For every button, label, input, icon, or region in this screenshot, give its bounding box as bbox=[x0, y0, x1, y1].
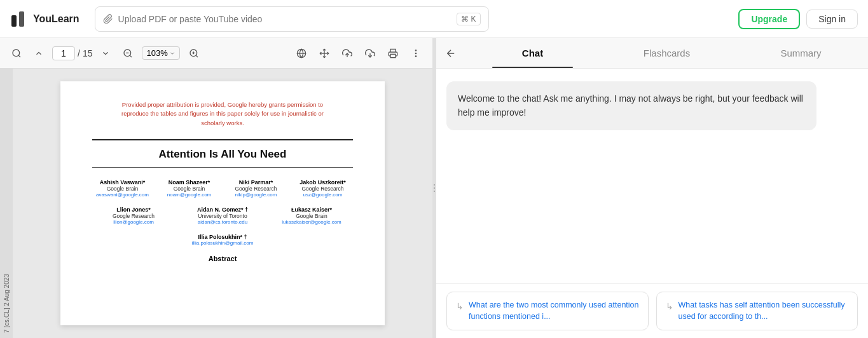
logo-icon bbox=[10, 10, 28, 28]
page-separator: / bbox=[78, 48, 80, 58]
abstract-heading: Abstract bbox=[92, 255, 353, 262]
search-pdf-button[interactable] bbox=[8, 46, 25, 61]
author-block-4: Jakob Uszkoreit* Google Research usz@goo… bbox=[293, 179, 353, 198]
reply-arrow-icon-1: ↳ bbox=[456, 301, 464, 313]
pdf-page: Provided proper attribution is provided,… bbox=[60, 81, 385, 325]
download-button[interactable] bbox=[361, 46, 379, 61]
upload-icon bbox=[342, 48, 352, 58]
globe-button[interactable] bbox=[293, 46, 310, 61]
page-input-group: / 15 bbox=[52, 46, 92, 60]
svg-point-18 bbox=[415, 50, 416, 50]
svg-line-8 bbox=[196, 55, 198, 57]
author-block-5: Llion Jones* Google Research llion@googl… bbox=[92, 206, 175, 225]
logo-area: YouLearn bbox=[10, 10, 79, 28]
pdf-side-label: 7 [cs.CL] 2 Aug 2023 bbox=[0, 69, 13, 338]
chevron-up-icon bbox=[34, 49, 43, 58]
signin-button[interactable]: Sign in bbox=[806, 10, 858, 29]
zoom-out-icon bbox=[123, 48, 133, 58]
upgrade-button[interactable]: Upgrade bbox=[738, 9, 800, 29]
resize-handle[interactable] bbox=[432, 38, 436, 338]
move-button[interactable] bbox=[315, 46, 333, 61]
topbar-right: Upgrade Sign in bbox=[738, 9, 858, 29]
chat-content: Welcome to the chat! Ask me anything. I … bbox=[436, 69, 868, 283]
topbar: YouLearn ⌘ K Upgrade Sign in bbox=[0, 0, 868, 38]
zoom-in-icon bbox=[189, 48, 199, 58]
tab-bar: Chat Flashcards Summary bbox=[436, 38, 868, 69]
paperclip-icon bbox=[103, 14, 113, 24]
author-block-7: Łukasz Kaiser* Google Brain lukaszkaiser… bbox=[270, 206, 353, 225]
logo-text: YouLearn bbox=[33, 13, 79, 25]
author-block-8: Illia Polosukhin* † illia.polosukhin@gma… bbox=[92, 234, 353, 246]
svg-point-2 bbox=[13, 50, 20, 57]
pdf-toolbar: / 15 103% bbox=[0, 38, 432, 69]
suggested-question-1[interactable]: ↳ What are the two most commonly used at… bbox=[446, 292, 649, 330]
kbd-key: K bbox=[471, 15, 476, 24]
search-bar[interactable]: ⌘ K bbox=[95, 6, 489, 32]
svg-rect-0 bbox=[11, 15, 17, 27]
arrow-left-icon bbox=[445, 48, 457, 59]
dropdown-icon bbox=[169, 50, 176, 57]
author-block-1: Ashish Vaswani* Google Brain avaswani@go… bbox=[92, 179, 153, 198]
print-icon bbox=[388, 48, 398, 58]
kbd-symbol: ⌘ bbox=[461, 15, 469, 24]
svg-rect-1 bbox=[19, 11, 24, 27]
svg-point-19 bbox=[415, 53, 416, 53]
print-button[interactable] bbox=[384, 46, 402, 61]
panel-back-button[interactable] bbox=[436, 38, 465, 68]
author-block-2: Noam Shazeer* Google Brain noam@google.c… bbox=[159, 179, 219, 198]
main-layout: / 15 103% bbox=[0, 38, 868, 338]
tab-flashcards[interactable]: Flashcards bbox=[600, 38, 734, 68]
zoom-display[interactable]: 103% bbox=[142, 46, 179, 60]
author-block-6: Aidan N. Gomez* † University of Toronto … bbox=[181, 206, 264, 225]
tab-summary[interactable]: Summary bbox=[734, 38, 868, 68]
zoom-out-button[interactable] bbox=[119, 46, 137, 61]
svg-line-5 bbox=[130, 55, 132, 57]
author-block-3: Niki Parmar* Google Research nikip@googl… bbox=[226, 179, 286, 198]
next-page-button[interactable] bbox=[97, 46, 114, 60]
right-panel: Chat Flashcards Summary Welcome to the c… bbox=[436, 38, 868, 338]
page-number-input[interactable] bbox=[52, 46, 75, 60]
pdf-attribution: Provided proper attribution is provided,… bbox=[92, 100, 353, 128]
pdf-title: Attention Is All You Need bbox=[92, 148, 353, 161]
zoom-in-button[interactable] bbox=[185, 46, 203, 61]
reply-arrow-icon-2: ↳ bbox=[666, 301, 673, 313]
authors-row3: Illia Polosukhin* † illia.polosukhin@gma… bbox=[92, 234, 353, 246]
suggested-questions: ↳ What are the two most commonly used at… bbox=[436, 283, 868, 338]
chat-welcome-message: Welcome to the chat! Ask me anything. I … bbox=[446, 81, 816, 130]
upload-button[interactable] bbox=[338, 46, 356, 61]
svg-point-20 bbox=[415, 56, 416, 57]
chevron-down-icon bbox=[101, 49, 110, 58]
globe-icon bbox=[296, 48, 307, 58]
search-icon bbox=[11, 48, 22, 58]
pdf-panel: / 15 103% bbox=[0, 38, 432, 338]
authors-row2: Llion Jones* Google Research llion@googl… bbox=[92, 206, 353, 225]
more-icon bbox=[411, 48, 421, 58]
page-total: 15 bbox=[83, 48, 93, 58]
zoom-level: 103% bbox=[146, 48, 167, 58]
download-icon bbox=[365, 48, 375, 58]
prev-page-button[interactable] bbox=[31, 46, 47, 60]
tab-chat[interactable]: Chat bbox=[465, 38, 600, 68]
svg-rect-17 bbox=[390, 54, 396, 57]
authors-grid: Ashish Vaswani* Google Brain avaswani@go… bbox=[92, 179, 353, 198]
search-input[interactable] bbox=[118, 14, 451, 24]
pdf-scroll[interactable]: Provided proper attribution is provided,… bbox=[13, 69, 432, 338]
suggested-question-2[interactable]: ↳ What tasks has self attention been suc… bbox=[656, 292, 858, 330]
pdf-content-area: 7 [cs.CL] 2 Aug 2023 Provided proper att… bbox=[0, 69, 432, 338]
move-icon bbox=[319, 48, 329, 58]
more-button[interactable] bbox=[407, 46, 425, 61]
svg-line-3 bbox=[18, 55, 20, 57]
kbd-shortcut: ⌘ K bbox=[457, 13, 481, 25]
